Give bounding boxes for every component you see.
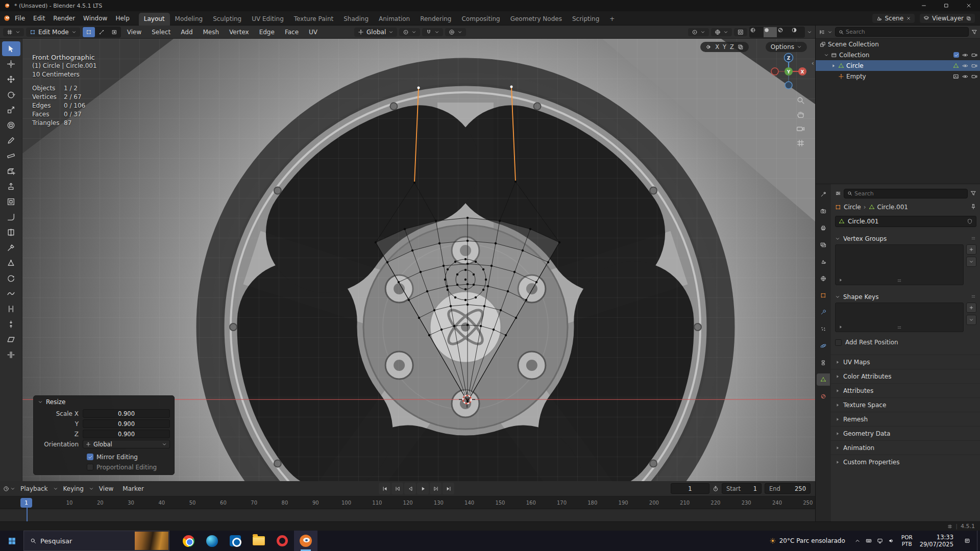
properties-search[interactable] (844, 189, 968, 198)
tab-modifiers[interactable] (817, 306, 830, 318)
pin-icon[interactable] (970, 204, 976, 210)
tool-inset-faces[interactable] (2, 194, 20, 209)
viewport-menu-view[interactable]: View (123, 27, 145, 38)
viewport-menu-mesh[interactable]: Mesh (199, 27, 224, 38)
tab-world[interactable] (817, 272, 830, 285)
chrome-icon[interactable] (177, 531, 200, 551)
resize-panel-header[interactable]: Resize (34, 396, 174, 408)
action-center-button[interactable] (958, 531, 977, 551)
section-color-attributes[interactable]: Color Attributes (831, 369, 980, 383)
proportional-editing-checkbox[interactable] (87, 464, 93, 470)
section-geometry-data[interactable]: Geometry Data (831, 426, 980, 440)
timeline-menu-marker[interactable]: Marker (118, 483, 148, 494)
blender-menu-icon[interactable] (3, 14, 11, 22)
tab-view-layer[interactable] (817, 239, 830, 251)
scene-unlink-icon[interactable] (906, 16, 911, 21)
search-highlight-image[interactable] (135, 532, 168, 550)
volume-icon[interactable] (888, 538, 894, 544)
current-frame-indicator[interactable]: 1 (20, 498, 32, 508)
hidden-icons-chevron[interactable] (854, 538, 861, 544)
red-ring-app-icon[interactable] (271, 531, 294, 551)
snap-toggle[interactable] (422, 28, 443, 36)
workspace-tab-compositing[interactable]: Compositing (456, 13, 505, 26)
viewport-3d[interactable]: Front Orthographic (1) Circle | Circle.0… (0, 39, 815, 481)
tool-extrude-region[interactable] (2, 179, 20, 194)
tool-transform[interactable] (2, 118, 20, 133)
viewport-menu-select[interactable]: Select (148, 27, 175, 38)
tool-tweak-select[interactable] (2, 41, 20, 56)
tab-material[interactable] (817, 390, 830, 403)
timeline-menu-view[interactable]: View (95, 483, 117, 494)
snap-faces-icon[interactable] (738, 44, 744, 50)
properties-editor-icon[interactable] (835, 190, 841, 196)
outliner-search[interactable] (835, 27, 969, 37)
mirror-y-toggle[interactable]: Y (723, 43, 726, 51)
viewlayer-selector[interactable]: ViewLayer (920, 14, 975, 23)
blender-taskbar-icon[interactable] (294, 531, 317, 551)
section-uv-maps[interactable]: UV Maps (831, 355, 980, 369)
properties-filter-icon[interactable] (970, 190, 976, 196)
outliner-editor-chevron[interactable] (827, 30, 832, 35)
add-workspace-button[interactable]: + (604, 13, 620, 26)
workspace-tab-animation[interactable]: Animation (374, 13, 415, 26)
tool-bevel[interactable] (2, 210, 20, 224)
workspace-tab-uv-editing[interactable]: UV Editing (247, 13, 289, 26)
datablock-name-field[interactable]: Circle.001 (835, 216, 976, 227)
outliner-editor-icon[interactable] (819, 29, 825, 35)
material-shading-button[interactable] (777, 27, 791, 37)
section-vertex-groups[interactable]: Vertex Groups (831, 233, 980, 244)
wireframe-shading-button[interactable] (750, 27, 763, 37)
collection-checkbox[interactable] (953, 52, 959, 58)
zoom-icon[interactable] (796, 96, 805, 105)
language-indicator[interactable]: POR PTB (898, 534, 916, 547)
empty-render-icon[interactable] (971, 73, 977, 80)
workspace-tab-scripting[interactable]: Scripting (567, 13, 604, 26)
outliner-filter-icon[interactable] (971, 29, 977, 35)
section-custom-properties[interactable]: Custom Properties (831, 455, 980, 469)
taskbar-search[interactable]: Pesquisar (23, 531, 169, 551)
toggle-ortho-icon[interactable] (796, 139, 805, 147)
collection-expand-icon[interactable] (824, 53, 829, 58)
tool-edge-slide[interactable] (2, 302, 20, 316)
scale-z-field[interactable]: 0.900 (83, 430, 170, 438)
show-desktop-button[interactable] (977, 531, 980, 551)
timeline-tracks[interactable] (0, 509, 815, 521)
scale-y-field[interactable]: 0.900 (83, 419, 170, 428)
tool-spin[interactable] (2, 271, 20, 286)
scale-x-field[interactable]: 0.900 (83, 409, 170, 418)
tool-knife[interactable] (2, 240, 20, 255)
timeline-editor-icon[interactable] (3, 486, 9, 492)
circle-hide-icon[interactable] (962, 63, 968, 69)
play-button[interactable] (417, 483, 429, 494)
shape-keys-list[interactable] (835, 303, 964, 332)
vertex-select-button[interactable] (83, 27, 95, 37)
use-preview-range-icon[interactable] (713, 486, 719, 492)
add-rest-position-checkbox[interactable] (835, 339, 842, 346)
vertex-group-add-button[interactable] (966, 244, 976, 255)
jump-to-next-keyframe-button[interactable] (430, 483, 442, 494)
collection-render-icon[interactable] (971, 52, 977, 58)
start-frame-field[interactable]: Start 1 (722, 483, 762, 494)
tool-shrink-fatten[interactable] (2, 317, 20, 332)
shading-dropdown-icon[interactable] (807, 30, 812, 35)
vertex-groups-list[interactable] (835, 244, 964, 285)
sidebar-toggle-icon[interactable]: ‹ (812, 59, 814, 67)
section-remesh[interactable]: Remesh (831, 412, 980, 426)
tool-move[interactable] (2, 72, 20, 87)
solid-shading-button[interactable] (764, 27, 777, 37)
mirror-x-toggle[interactable]: X (715, 43, 719, 51)
workspace-tab-sculpting[interactable]: Sculpting (208, 13, 247, 26)
mode-selector[interactable]: Edit Mode (26, 28, 80, 37)
tab-constraints[interactable] (817, 357, 830, 369)
menu-edit[interactable]: Edit (29, 13, 49, 24)
menu-window[interactable]: Window (79, 13, 111, 24)
collection-hide-icon[interactable] (962, 52, 968, 58)
edge-select-button[interactable] (95, 27, 108, 37)
tab-render[interactable] (817, 205, 830, 217)
show-gizmo-toggle[interactable] (688, 28, 709, 36)
workspace-tab-texture-paint[interactable]: Texture Paint (289, 13, 338, 26)
play-reverse-button[interactable] (404, 483, 416, 494)
editor-type-selector[interactable] (3, 28, 24, 36)
touch-keyboard-icon[interactable] (866, 538, 872, 544)
fake-user-icon[interactable] (967, 218, 973, 224)
